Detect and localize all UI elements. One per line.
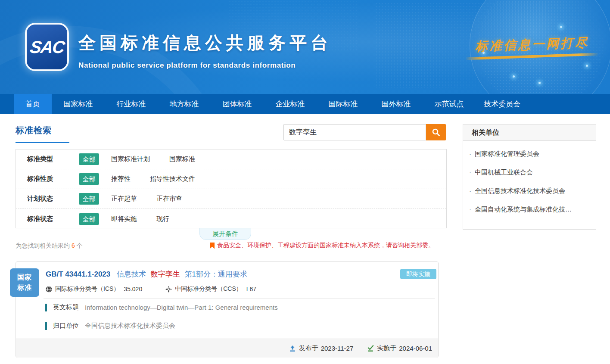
sidebar-item-label: 全国自动化系统与集成标准化技… — [475, 205, 572, 213]
page-title: 标准检索 — [16, 124, 52, 136]
ccs-group: 中国标准分类号（CCS） L67 — [165, 285, 256, 293]
committee-row: 归口单位 全国信息技术标准化技术委员会 — [45, 322, 175, 330]
site-title: 全国标准信息公共服务平台 — [78, 31, 332, 55]
published-label: 发布于 — [299, 344, 318, 352]
sidebar-item-machinery-federation[interactable]: ·中国机械工业联合会 — [469, 163, 590, 181]
bullet: · — [469, 187, 471, 194]
national-standard-badge: 国家 标准 — [10, 268, 39, 297]
sidebar-item-it-standardization-committee[interactable]: ·全国信息技术标准化技术委员会 — [469, 181, 590, 200]
nav-item-enterprise-standards[interactable]: 企业标准 — [264, 94, 317, 114]
filter-row-standard-nature: 标准性质 全部 推荐性 指导性技术文件 — [16, 169, 446, 189]
result-card[interactable]: 国家 标准 GB/T 43441.1-2023 信息技术 数字孪生 第1部分：通… — [16, 261, 439, 358]
expand-conditions-button[interactable]: 展开条件 — [199, 228, 251, 240]
teal-bar — [45, 304, 47, 311]
glow-dot — [538, 82, 541, 84]
nav-item-local-standards[interactable]: 地方标准 — [158, 94, 211, 114]
bookmark-icon — [210, 243, 215, 249]
results-count: 6 — [72, 242, 75, 249]
glow-dot — [586, 65, 588, 67]
filter-all-button[interactable]: 全部 — [79, 173, 99, 185]
bullet: · — [469, 150, 471, 157]
sidebar-item-sac[interactable]: ·国家标准化管理委员会 — [469, 144, 590, 163]
filter-row-standard-status: 标准状态 全部 即将实施 现行 — [16, 209, 446, 229]
filter-label: 标准性质 — [27, 175, 61, 183]
publish-icon — [289, 345, 296, 352]
filter-row-standard-type: 标准类型 全部 国家标准计划 国家标准 — [16, 149, 446, 169]
filter-option[interactable]: 国家标准计划 — [111, 155, 150, 163]
nav-item-foreign-standards[interactable]: 国外标准 — [370, 94, 423, 114]
filter-option[interactable]: 即将实施 — [111, 215, 137, 223]
filter-label: 标准类型 — [27, 155, 61, 163]
standard-title[interactable]: GB/T 43441.1-2023 信息技术 数字孪生 第1部分：通用要求 — [46, 269, 247, 279]
nav-item-home[interactable]: 首页 — [14, 94, 52, 114]
filter-panel: 标准类型 全部 国家标准计划 国家标准 标准性质 全部 推荐性 指导性技术文件 … — [16, 149, 447, 228]
badge-line-1: 国家 — [17, 272, 32, 283]
site-header: SAC 全国标准信息公共服务平台 National public service… — [0, 0, 610, 94]
ccs-label: 中国标准分类号（CCS） — [175, 285, 242, 293]
globe-icon — [46, 286, 52, 292]
committee-label: 归口单位 — [53, 322, 79, 330]
filter-all-button[interactable]: 全部 — [79, 213, 99, 225]
nav-item-technical-committees[interactable]: 技术委员会 — [476, 94, 529, 114]
nav-item-national-standards[interactable]: 国家标准 — [52, 94, 105, 114]
results-summary: 为您找到相关结果约6个 — [16, 242, 83, 250]
published-group: 发布于 2023-11-27 — [289, 344, 354, 352]
system-notice: 食品安全、环境保护、工程建设方面的国家标准未纳入本系统，请咨询相关部委。 — [210, 242, 434, 249]
glow-dot — [560, 26, 562, 28]
summary-suffix: 个 — [77, 242, 83, 249]
implemented-label: 实施于 — [377, 344, 396, 352]
glow-dot — [513, 75, 515, 78]
english-title-label: 英文标题 — [53, 303, 79, 311]
ics-value: 35.020 — [124, 286, 142, 292]
related-units-panel: 相关单位 ·国家标准化管理委员会 ·中国机械工业联合会 ·全国信息技术标准化技术… — [463, 124, 596, 230]
sidebar-item-label: 国家标准化管理委员会 — [475, 150, 539, 157]
nav-item-pilot-programs[interactable]: 示范试点 — [423, 94, 476, 114]
filter-option[interactable]: 现行 — [156, 215, 169, 223]
standard-name-part1[interactable]: 信息技术 — [117, 270, 146, 278]
search-icon — [432, 128, 440, 137]
main-nav: 首页 国家标准 行业标准 地方标准 团体标准 企业标准 国际标准 国外标准 示范… — [0, 94, 610, 114]
implemented-date: 2024-06-01 — [399, 345, 432, 352]
site-subtitle: National public service platform for sta… — [78, 61, 332, 70]
english-title-value: Information technology—Digital twin—Part… — [85, 304, 278, 311]
search-button[interactable] — [426, 124, 446, 140]
filter-option[interactable]: 正在起草 — [111, 195, 137, 203]
filter-option[interactable]: 国家标准 — [169, 155, 195, 163]
filter-all-button[interactable]: 全部 — [79, 153, 99, 165]
badge-line-2: 标准 — [17, 283, 32, 293]
filter-all-button[interactable]: 全部 — [79, 193, 99, 205]
filter-label: 计划状态 — [27, 195, 61, 203]
summary-prefix: 为您找到相关结果约 — [16, 242, 70, 249]
card-footer: 发布于 2023-11-27 实施于 2024-06-01 — [16, 339, 438, 358]
sidebar-item-automation-committee[interactable]: ·全国自动化系统与集成标准化技… — [469, 200, 590, 218]
compass-icon — [165, 286, 172, 292]
ics-label: 国际标准分类号（ICS） — [55, 285, 119, 293]
nav-item-international-standards[interactable]: 国际标准 — [317, 94, 370, 114]
status-badge: 即将实施 — [400, 269, 436, 279]
card-separator — [44, 298, 435, 299]
published-date: 2023-11-27 — [321, 345, 354, 352]
implemented-group: 实施于 2024-06-01 — [367, 344, 432, 352]
filter-row-plan-status: 计划状态 全部 正在起草 正在审查 — [16, 189, 446, 209]
site-title-block: 全国标准信息公共服务平台 National public service pla… — [78, 31, 332, 70]
nav-item-industry-standards[interactable]: 行业标准 — [105, 94, 158, 114]
sidebar-item-label: 中国机械工业联合会 — [475, 168, 533, 176]
classification-row: 国际标准分类号（ICS） 35.020 中国标准分类号（CCS） L67 — [46, 285, 256, 293]
standard-name-highlight[interactable]: 数字孪生 — [151, 270, 180, 278]
filter-option[interactable]: 指导性技术文件 — [150, 175, 195, 183]
standard-code[interactable]: GB/T 43441.1-2023 — [46, 270, 110, 278]
notice-text: 食品安全、环境保护、工程建设方面的国家标准未纳入本系统，请咨询相关部委。 — [217, 242, 434, 249]
page-title-underline — [16, 142, 69, 143]
related-units-title: 相关单位 — [463, 124, 596, 141]
sidebar-item-label: 全国信息技术标准化技术委员会 — [475, 187, 565, 194]
page: SAC 全国标准信息公共服务平台 National public service… — [0, 0, 610, 364]
search-input[interactable] — [283, 124, 426, 140]
sac-logo[interactable]: SAC — [27, 25, 67, 69]
bullet: · — [469, 168, 471, 176]
standard-name-part2[interactable]: 第1部分：通用要求 — [184, 270, 247, 278]
nav-item-group-standards[interactable]: 团体标准 — [211, 94, 264, 114]
committee-value: 全国信息技术标准化技术委员会 — [85, 322, 175, 330]
bullet: · — [469, 205, 471, 213]
filter-option[interactable]: 推荐性 — [111, 175, 131, 183]
filter-option[interactable]: 正在审查 — [156, 195, 182, 203]
